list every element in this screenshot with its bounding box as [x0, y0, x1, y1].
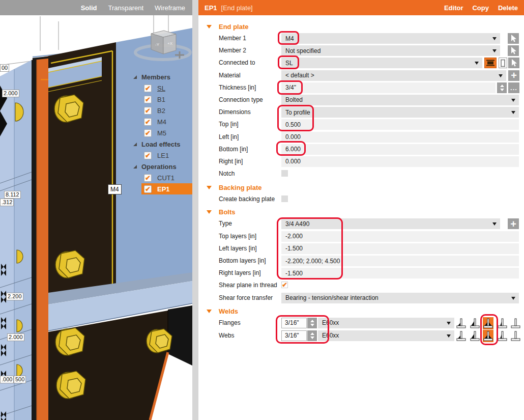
row-left-layers: Left layers [in] -1.500 [198, 243, 524, 255]
dimensions-dropdown[interactable]: To profile [281, 107, 519, 118]
section-end-plate[interactable]: End plate [198, 21, 524, 33]
tree-item-b2[interactable]: ✔ B2 [130, 105, 192, 116]
material-dropdown[interactable]: < default > [281, 70, 506, 81]
expander-icon[interactable] [133, 75, 137, 79]
weld-bevel-icon[interactable] [497, 317, 508, 329]
connect-to-flange-button[interactable] [484, 58, 497, 68]
tree-item-b1[interactable]: ✔ B1 [130, 94, 192, 105]
thickness-browse-button[interactable]: ... [508, 82, 519, 93]
tree-item-le1[interactable]: ✔ LE1 [130, 150, 192, 161]
thickness-input[interactable]: 3/4" [281, 82, 496, 93]
member1-dropdown[interactable]: M4 [281, 33, 500, 44]
bolt-type-dropdown[interactable]: 3/4 A490 [281, 218, 500, 229]
add-material-button[interactable]: + [508, 70, 519, 81]
row-bottom-layers: Bottom layers [in] -2.200; 2.000; 4.500 [198, 255, 524, 267]
tree-item-m5[interactable]: ✔ M5 [130, 127, 192, 138]
copy-button[interactable]: Copy [472, 4, 489, 12]
weld-fillet-rear-icon[interactable] [470, 330, 480, 342]
connected-to-pick-button[interactable] [508, 58, 519, 68]
dim-label: 2.000 [7, 333, 24, 341]
web-electrode-dropdown[interactable]: E60xx [318, 330, 454, 341]
collapse-triangle-icon[interactable] [207, 186, 212, 189]
collapse-triangle-icon[interactable] [207, 25, 212, 29]
tree-item-cut1[interactable]: ✔ CUT1 [130, 172, 192, 183]
left-layers-input[interactable]: -1.500 [281, 243, 519, 254]
member2-dropdown[interactable]: Not specified [281, 45, 500, 56]
operation-title: EP1 [205, 4, 217, 12]
collapse-triangle-icon[interactable] [207, 310, 212, 313]
thickness-stepper[interactable] [497, 82, 507, 93]
weld-butt-icon[interactable] [510, 317, 521, 329]
shadow-strip [32, 59, 37, 420]
row-dimensions: Dimensions To profile [198, 106, 524, 119]
checkbox-checked-icon[interactable]: ✔ [144, 152, 152, 159]
delete-button[interactable]: Delete [498, 4, 518, 12]
tree-group-members[interactable]: Members [130, 71, 192, 82]
editor-button[interactable]: Editor [444, 4, 463, 12]
viewport-3d[interactable]: -Y +X 00 2.000 8.112 .312 2.200 2.000 .0… [0, 15, 192, 420]
add-bolt-type-button[interactable]: + [508, 218, 519, 229]
weld-bevel-icon[interactable] [497, 330, 508, 342]
checkbox-checked-icon[interactable]: ✔ [144, 96, 152, 103]
member2-pick-button[interactable] [508, 45, 519, 56]
view-mode-bar: Solid Transparent Wireframe [0, 0, 192, 15]
member1-pick-button[interactable] [508, 33, 519, 44]
shear-plane-checkbox[interactable]: ✔ [281, 282, 288, 288]
connect-to-web-button[interactable] [499, 58, 507, 68]
create-backing-plate-checkbox[interactable] [281, 195, 288, 202]
left-input[interactable]: 0.000 [281, 132, 519, 143]
tree-item-m4[interactable]: ✔ M4 [130, 116, 192, 127]
shear-force-dropdown[interactable]: Bearing - tension/shear interaction [281, 293, 519, 303]
top-input[interactable]: 0.500 [281, 119, 519, 130]
end-plate-edge[interactable] [37, 56, 48, 420]
section-bolts[interactable]: Bolts [198, 207, 524, 218]
tree-item-ep1-selected[interactable]: ✔ EP1 [141, 183, 192, 194]
bottom-layers-input[interactable]: -2.200; 2.000; 4.500 [281, 256, 519, 266]
view-mode-transparent[interactable]: Transparent [108, 4, 143, 12]
tree-group-operations[interactable]: Operations [130, 161, 192, 172]
chevron-down-icon [492, 37, 497, 40]
flange-weld-size-stepper[interactable] [307, 318, 317, 328]
flange-orientation-icon [486, 59, 495, 67]
section-backing-plate[interactable]: Backing plate [198, 182, 524, 193]
spinner-up-icon [310, 332, 314, 335]
connection-type-dropdown[interactable]: Bolted [281, 95, 519, 105]
weld-butt-icon[interactable] [510, 330, 521, 342]
checkbox-checked-icon[interactable]: ✔ [144, 85, 152, 92]
connected-to-dropdown[interactable]: SL [281, 58, 482, 68]
web-weld-size-stepper[interactable] [307, 330, 317, 341]
row-member1: Member 1 M4 [198, 33, 524, 45]
view-mode-solid[interactable]: Solid [81, 4, 97, 12]
flange-electrode-dropdown[interactable]: E60xx [318, 318, 454, 328]
section-welds[interactable]: Welds [198, 306, 524, 317]
web-weld-size-input[interactable]: 3/16" [281, 330, 307, 341]
checkbox-checked-icon[interactable]: ✔ [144, 107, 152, 115]
flange-weld-size-input[interactable]: 3/16" [281, 318, 307, 328]
weld-fillet-front-icon[interactable] [456, 330, 467, 342]
expander-icon[interactable] [133, 165, 137, 169]
weld-fillet-both-sides-icon[interactable] [483, 330, 493, 342]
expander-icon[interactable] [133, 143, 137, 146]
right-layers-input[interactable]: -1.500 [281, 268, 519, 278]
weld-fillet-both-sides-icon[interactable] [483, 317, 493, 329]
view-mode-wireframe[interactable]: Wireframe [155, 4, 185, 12]
checkbox-checked-icon[interactable]: ✔ [144, 118, 152, 126]
checkbox-checked-icon[interactable]: ✔ [144, 129, 152, 137]
plus-icon: + [510, 219, 516, 229]
tree-item-sl[interactable]: ✔ SL [130, 82, 192, 94]
weld-fillet-front-icon[interactable] [456, 317, 467, 329]
tree-group-load-effects[interactable]: Load effects [130, 138, 192, 150]
checkbox-checked-icon[interactable]: ✔ [144, 174, 152, 182]
row-left: Left [in] 0.000 [198, 131, 524, 144]
weld-fillet-rear-icon[interactable] [470, 317, 480, 329]
checkbox-checked-icon[interactable]: ✔ [144, 185, 152, 193]
collapse-triangle-icon[interactable] [207, 210, 212, 214]
ellipsis-icon: ... [510, 84, 517, 92]
right-input[interactable]: 0.000 [281, 156, 519, 167]
bottom-input[interactable]: 6.000 [281, 144, 519, 155]
dim-label: 2.000 [2, 90, 19, 97]
top-layers-input[interactable]: -2.000 [281, 231, 519, 242]
operation-header: EP1 [End plate] Editor Copy Delete [198, 0, 524, 15]
notch-checkbox[interactable] [281, 170, 288, 177]
row-top-layers: Top layers [in] -2.000 [198, 231, 524, 243]
